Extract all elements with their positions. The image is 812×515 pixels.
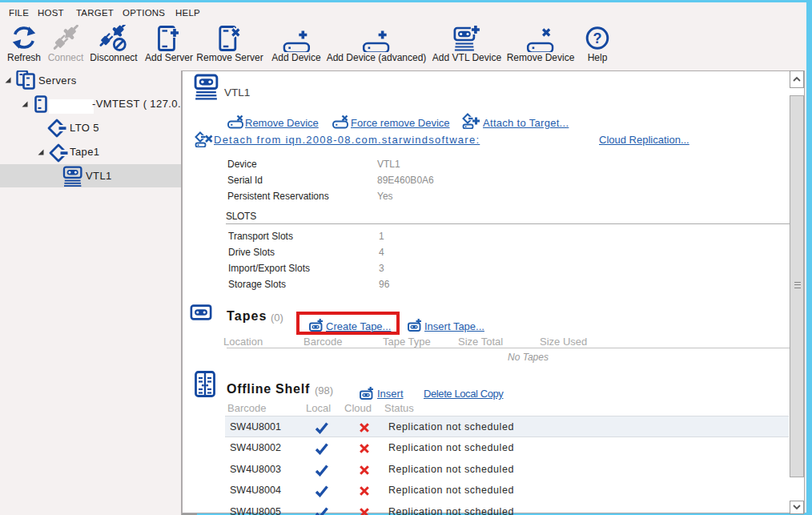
remove-device-button[interactable]: Remove Device [507, 25, 575, 63]
add-vtl-device-button[interactable]: Add VTL Device [432, 25, 501, 63]
add-device-button[interactable]: Add Device [271, 25, 320, 63]
connect-button[interactable]: Connect [48, 25, 84, 63]
scroll-down-button[interactable] [790, 501, 804, 514]
slot-label: Drive Slots [228, 247, 275, 258]
cloud-cross-icon [359, 485, 370, 497]
insert-tape-link[interactable]: Insert Tape... [424, 320, 484, 332]
menu-options[interactable]: OPTIONS [123, 8, 165, 18]
expander-icon[interactable] [4, 76, 12, 84]
slot-value: 96 [379, 279, 389, 290]
cloud-replication-link[interactable]: Cloud Replication... [599, 134, 689, 146]
tree-item-label: Tape1 [70, 146, 99, 158]
barcode-cell: SW4U8005 [230, 506, 281, 515]
shelf-col-barcode: Barcode [227, 402, 266, 414]
add-server-button[interactable]: Add Server [145, 25, 193, 63]
remove-server-icon [216, 25, 243, 52]
status-cell: Replication not scheduled [388, 464, 514, 475]
property-label: Persistent Reservations [227, 191, 329, 202]
shelf-col-cloud: Cloud [344, 402, 372, 414]
cloud-cross-icon [359, 443, 370, 454]
force-remove-device-link[interactable]: Force remove Device [351, 117, 450, 129]
menu-help[interactable]: HELP [175, 8, 200, 18]
add-vtl-device-icon [453, 25, 480, 52]
vertical-scrollbar[interactable] [790, 70, 804, 513]
attach-to-target-link[interactable]: Attach to Target... [483, 117, 569, 129]
expander-icon[interactable] [37, 148, 45, 156]
disconnect-button[interactable]: Disconnect [90, 25, 137, 63]
tree-item-lto5[interactable]: LTO 5 [0, 117, 181, 139]
tapes-col-size-used: Size Used [540, 336, 587, 348]
property-label: Device [227, 159, 257, 170]
remove-device-link[interactable]: Remove Device [245, 117, 319, 129]
offline-shelf-count: (98) [315, 384, 333, 396]
tapes-empty-text: No Tapes [508, 352, 549, 363]
insert-tape-icon [408, 319, 422, 332]
detach-target-icon [195, 131, 214, 147]
status-cell: Replication not scheduled [388, 442, 514, 453]
disconnect-icon [98, 25, 129, 52]
expander-icon[interactable] [21, 100, 29, 108]
cloud-cross-icon [359, 422, 370, 433]
toolbar-button-label: Add VTL Device [432, 52, 501, 63]
remove-device-icon [527, 25, 554, 52]
add-device-advanced-icon [363, 25, 390, 52]
scrollbar-thumb[interactable] [790, 95, 804, 477]
app-window: FILE HOST TARGET OPTIONS HELP Refresh [0, 0, 812, 515]
tree-item-vtl1[interactable]: VTL1 [0, 164, 181, 187]
property-value: 89E460B0A6 [377, 175, 434, 186]
slots-divider [226, 223, 790, 224]
tree-item-label: LTO 5 [70, 122, 99, 134]
connect-icon [50, 25, 81, 52]
toolbar-button-label: Help [588, 52, 608, 63]
tapes-col-location: Location [223, 336, 263, 348]
add-device-icon [283, 25, 310, 52]
shelf-col-local: Local [306, 402, 331, 414]
shelf-row[interactable]: SW4U8002 Replication not scheduled [225, 437, 789, 459]
slot-label: Import/Export Slots [228, 263, 310, 274]
menu-bar: FILE HOST TARGET OPTIONS HELP [0, 6, 801, 22]
offline-shelf-icon [195, 371, 215, 397]
detach-link[interactable]: Detach from iqn.2008-08.com.starwindsoft… [214, 134, 480, 146]
menu-host[interactable]: HOST [38, 8, 64, 18]
delete-local-copy-link[interactable]: Delete Local Copy [424, 388, 503, 400]
refresh-button[interactable]: Refresh [7, 25, 41, 63]
shelf-row[interactable]: SW4U8003 Replication not scheduled [225, 459, 789, 481]
tapes-count: (0) [271, 312, 283, 324]
shelf-row[interactable]: SW4U8005 Replication not scheduled [225, 501, 789, 515]
toolbar-button-label: Add Server [145, 52, 193, 63]
tree-item-tape1[interactable]: Tape1 [0, 141, 181, 163]
shelf-row[interactable]: SW4U8004 Replication not scheduled [225, 480, 789, 501]
help-icon: ? [584, 25, 611, 52]
local-check-icon [315, 464, 329, 477]
chevron-up-icon [790, 71, 803, 87]
create-tape-icon [309, 319, 324, 332]
toolbar-button-label: Add Device (advanced) [327, 52, 427, 63]
menu-target[interactable]: TARGET [76, 8, 114, 18]
insert-link[interactable]: Insert [377, 388, 404, 400]
add-server-icon [155, 25, 183, 52]
scroll-up-button[interactable] [790, 70, 804, 88]
property-value: Yes [377, 191, 393, 202]
add-device-advanced-button[interactable]: Add Device (advanced) [327, 25, 427, 63]
device-detail-panel: VTL1 Remove Device Force remove Device A… [182, 70, 805, 513]
local-check-icon [315, 485, 329, 497]
toolbar-button-label: Connect [48, 52, 84, 63]
remove-server-button[interactable]: Remove Server [196, 25, 263, 63]
toolbar-button-label: Add Device [271, 52, 320, 63]
redacted-server-name [49, 99, 94, 114]
barcode-cell: SW4U8003 [230, 464, 281, 475]
target-icon [49, 143, 69, 163]
tapes-icon [190, 304, 212, 321]
menu-file[interactable]: FILE [9, 8, 29, 18]
create-tape-link[interactable]: Create Tape... [326, 320, 391, 332]
shelf-row[interactable]: SW4U8001 Replication not scheduled [225, 416, 789, 437]
cloud-cross-icon [359, 465, 370, 476]
tree-item-server[interactable]: -VMTEST ( 127.0. [0, 93, 181, 115]
help-button[interactable]: ? Help [584, 25, 611, 63]
slot-value: 3 [379, 263, 384, 274]
barcode-cell: SW4U8002 [230, 442, 281, 453]
vtl-device-icon [194, 74, 220, 102]
window-border-right [806, 0, 812, 515]
slot-label: Storage Slots [228, 279, 286, 290]
tree-item-servers[interactable]: Servers [0, 70, 181, 92]
